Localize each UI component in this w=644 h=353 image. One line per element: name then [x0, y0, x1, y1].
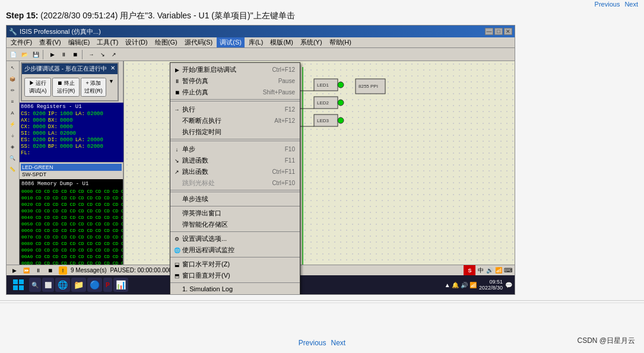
ctx-step[interactable]: ↓ 单步 F10 — [170, 144, 300, 155]
sidebar-port[interactable]: ◈ — [7, 141, 18, 152]
dialog-run-btn[interactable]: ▶ 运行调试(A) — [24, 78, 51, 97]
menu-edit[interactable]: 编辑(E) — [65, 37, 93, 47]
toolbar-step-out[interactable]: ↗ — [109, 49, 119, 60]
mem-row-2: 0020 CD CD CD CD CD CD CD CD CD CD CD CD… — [21, 201, 121, 208]
toolbar-pause[interactable]: ⏸ — [58, 49, 69, 60]
sidebar-tape[interactable]: 📏 — [7, 164, 18, 174]
edge-taskbar[interactable]: 🌐 — [55, 278, 70, 292]
toolbar-save[interactable]: 💾 — [30, 49, 41, 60]
toolbar-new[interactable]: 📄 — [8, 49, 18, 60]
toolbar-open[interactable]: 📂 — [19, 49, 30, 60]
comp-sw-spdt[interactable]: SW-SPDT — [21, 171, 122, 178]
comp-led-green[interactable]: LED-GREEN — [21, 164, 122, 171]
ctx-stop[interactable]: ⏹ 停止仿真 Shift+Pause — [170, 87, 300, 98]
pause-icon: ⏸ — [173, 77, 181, 85]
search-taskbar[interactable]: 🔍 — [29, 278, 41, 292]
ctx-smart-mem[interactable]: 弹智能化存储区 — [170, 219, 300, 230]
vertical-split-icon: ⬒ — [173, 272, 181, 280]
step-out-icon: ↗ — [173, 168, 181, 176]
menu-system[interactable]: 系统(Y) — [297, 37, 325, 47]
pause-btn[interactable]: ⏸ — [33, 265, 43, 276]
ctx-section-1: ▶ 开始/重新启动调试 Ctrl+F12 ⏸ 暂停仿真 Pause ⏹ 停止仿真… — [170, 63, 300, 100]
sidebar-ground[interactable]: ⏚ — [7, 130, 18, 141]
ctx-step-label: 单步 — [182, 145, 195, 154]
ctx-run-bp[interactable]: 不断断点执行 Alt+F12 — [170, 115, 300, 126]
menu-view[interactable]: 查看(V) — [36, 37, 64, 47]
ctx-start-debug[interactable]: ▶ 开始/重新启动调试 Ctrl+F12 — [170, 64, 300, 75]
menu-design[interactable]: 设计(D) — [122, 37, 150, 47]
toolbar-stop[interactable]: ⏹ — [69, 49, 80, 60]
menu-source[interactable]: 源代码(S) — [182, 37, 216, 47]
ctx-watch-window[interactable]: 2. Watch Window — [170, 294, 300, 295]
ctx-run-time-label: 执行指定时间 — [182, 128, 221, 136]
window-icon: 🔧 — [9, 28, 17, 36]
toolbar-step-in[interactable]: ↘ — [97, 49, 108, 60]
sidebar-wire[interactable]: ✏ — [7, 85, 18, 96]
warning-icon: ! — [59, 266, 67, 275]
previous-link-top[interactable]: Previous — [595, 1, 620, 8]
mem-row-3: 0030 CD CD CD CD CD CD CD CD CD CD CD CD… — [21, 208, 121, 214]
menu-template[interactable]: 模版(M) — [267, 37, 296, 47]
ff-btn[interactable]: ⏩ — [21, 265, 31, 276]
menu-library[interactable]: 库(L) — [246, 37, 266, 47]
ctx-sim-log[interactable]: 1. Simulation Log — [170, 284, 300, 294]
ctx-pause[interactable]: ⏸ 暂停仿真 Pause — [170, 75, 300, 87]
minimize-button[interactable]: — — [485, 28, 493, 35]
ctx-step-in[interactable]: ↘ 跳进函数 F11 — [170, 155, 300, 166]
ctx-step-out-label: 跳出函数 — [182, 167, 208, 176]
ctx-pause-shortcut: Pause — [278, 78, 295, 84]
ctx-execute[interactable]: → 执行 F12 — [170, 104, 300, 115]
screenshot-container: 🔧 ISIS Professional (仿真中...) — □ ✕ 文件(F)… — [6, 25, 515, 295]
menu-tools[interactable]: 工具(T) — [94, 37, 121, 47]
start-button[interactable] — [9, 278, 28, 292]
sidebar-probe[interactable]: 🔍 — [7, 152, 18, 163]
previous-link-bottom[interactable]: Previous — [299, 339, 326, 347]
explorer-taskbar[interactable]: 📁 — [71, 278, 86, 292]
stop-btn[interactable]: ⏹ — [45, 265, 55, 276]
reg-row-es: ES: 0200 DI: 0000 LA: 20000 — [21, 137, 122, 144]
dialog-close[interactable]: ✕ — [110, 65, 115, 73]
toolbar-step[interactable]: → — [86, 49, 97, 60]
ctx-step-cursor-label: 跳到光标处 — [182, 179, 215, 187]
dialog-add-btn[interactable]: + 添加过程(R) — [81, 78, 106, 97]
sidebar-label[interactable]: A — [7, 107, 18, 118]
system-tray: ▲ 🔔 🔊 📶 09:51 2022/8/30 💬 — [445, 279, 512, 291]
toolbar-play[interactable]: ▶ — [47, 49, 58, 60]
isis-taskbar[interactable]: P — [103, 278, 112, 292]
ctx-sep-5 — [170, 231, 300, 232]
maximize-button[interactable]: □ — [494, 28, 503, 35]
menu-help[interactable]: 帮助(H) — [326, 37, 354, 47]
sidebar-power[interactable]: ⚡ — [7, 119, 18, 129]
ctx-remote-debug[interactable]: 🌐 使用远程调试监控 — [170, 244, 300, 256]
ctx-pop-window-label: 弹英弹出窗口 — [182, 209, 221, 218]
sidebar-component[interactable]: 📦 — [7, 74, 18, 84]
svg-text:LED3: LED3 — [317, 118, 329, 123]
menu-debug[interactable]: 调试(S) — [217, 37, 245, 47]
ctx-step-cont[interactable]: 单步连续 — [170, 193, 300, 205]
dialog-dropdown[interactable]: ▼ — [107, 78, 115, 97]
close-button[interactable]: ✕ — [504, 28, 512, 35]
sidebar-select[interactable]: ↖ — [7, 62, 18, 73]
window-controls[interactable]: — □ ✕ — [485, 28, 512, 35]
ctx-horizontal-split[interactable]: ⬓ 窗口水平对开(Z) — [170, 259, 300, 270]
chrome-taskbar[interactable]: 🔵 — [87, 278, 102, 292]
ctx-pop-window[interactable]: 弹英弹出窗口 — [170, 208, 300, 219]
ctx-vertical-split[interactable]: ⬒ 窗口垂直对开(V) — [170, 270, 300, 281]
next-link-bottom[interactable]: Next — [331, 339, 346, 347]
sidebar-bus[interactable]: ≡ — [7, 96, 18, 107]
ctx-debug-options[interactable]: ⚙ 设置调试选项... — [170, 233, 300, 244]
menu-file[interactable]: 文件(F) — [8, 37, 35, 47]
lang-indicator: 中 — [478, 266, 484, 275]
ctx-step-shortcut: F10 — [285, 146, 295, 152]
window-title-text: ISIS Professional (仿真中...) — [20, 27, 101, 36]
ctx-run-time[interactable]: 执行指定时间 — [170, 126, 300, 138]
dialog-stop-btn[interactable]: ⏹ 终止运行(R) — [52, 78, 80, 97]
next-link-top[interactable]: Next — [624, 1, 638, 8]
play-btn[interactable]: ▶ — [9, 265, 20, 276]
app2-taskbar[interactable]: 📊 — [113, 278, 128, 292]
menu-draw[interactable]: 绘图(G) — [152, 37, 180, 47]
mem-row-0: 0000 CD CD CD CD CD CD CD CD CD CD CD CD… — [21, 188, 121, 195]
ctx-step-out[interactable]: ↗ 跳出函数 Ctrl+F11 — [170, 166, 300, 177]
ctx-sep-6 — [170, 257, 300, 257]
taskview-taskbar[interactable]: ⬜ — [42, 278, 54, 292]
